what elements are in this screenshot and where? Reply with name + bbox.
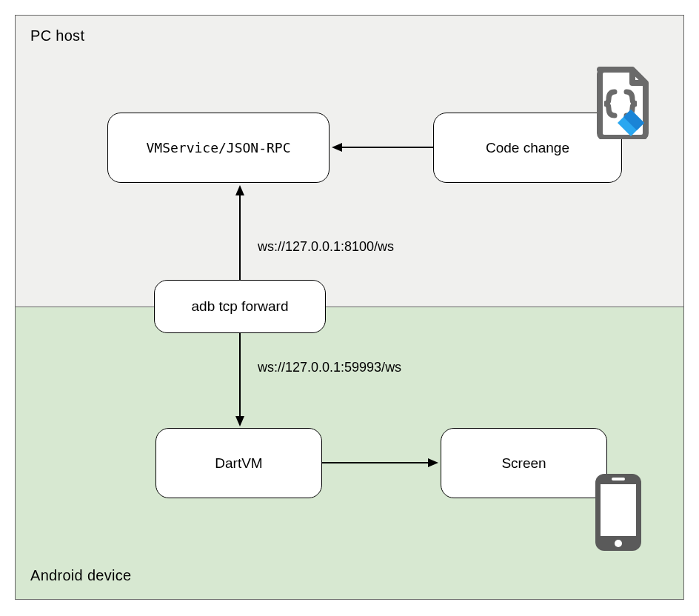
- phone-icon: [592, 471, 644, 554]
- svg-point-2: [615, 540, 622, 547]
- region-pc-host-label: PC host: [30, 27, 84, 44]
- node-screen: Screen: [441, 428, 607, 498]
- code-file-icon: [592, 67, 653, 139]
- node-code-change-label: Code change: [486, 140, 569, 156]
- edge-label-adb-to-vmservice: ws://127.0.0.1:8100/ws: [258, 239, 394, 255]
- node-vmservice-label: VMService/JSON-RPC: [146, 140, 290, 155]
- diagram-canvas: PC host Android device VMService/JSON-RP…: [0, 0, 699, 616]
- node-vmservice: VMService/JSON-RPC: [107, 113, 330, 183]
- node-adb-forward: adb tcp forward: [154, 280, 326, 333]
- node-dartvm-label: DartVM: [215, 455, 262, 472]
- node-screen-label: Screen: [501, 455, 546, 472]
- svg-rect-1: [601, 484, 636, 536]
- node-dartvm: DartVM: [155, 428, 322, 498]
- region-android-device-label: Android device: [30, 567, 132, 584]
- svg-rect-3: [612, 478, 625, 481]
- edge-label-adb-to-dartvm: ws://127.0.0.1:59993/ws: [258, 360, 401, 375]
- node-adb-forward-label: adb tcp forward: [192, 298, 289, 315]
